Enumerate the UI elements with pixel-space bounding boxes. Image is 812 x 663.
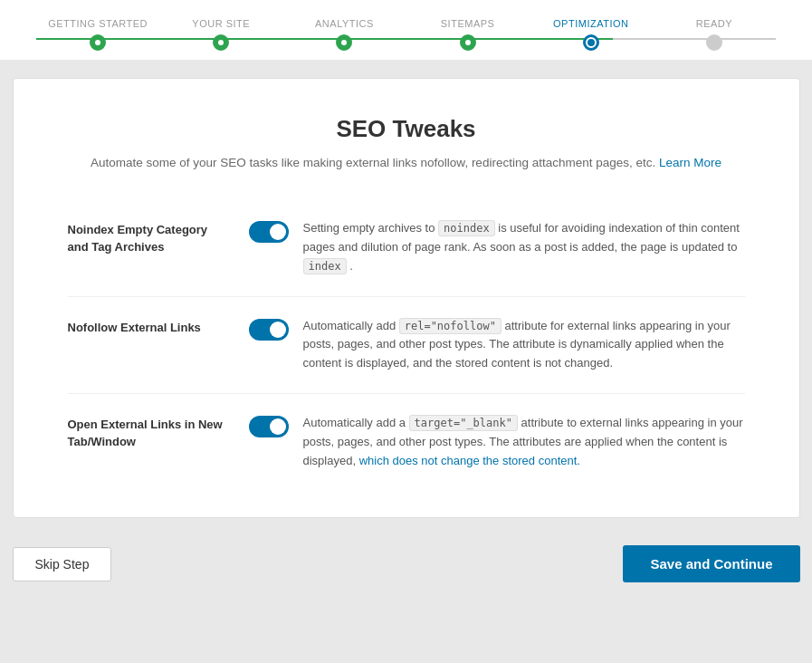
step-circle-analytics [336,34,352,51]
setting-new-tab-right: Automatically add a target="_blank" attr… [249,414,745,470]
noindex-toggle-container[interactable] [249,221,289,243]
step-label-optimization: OPTIMIZATION [553,18,628,29]
save-continue-button[interactable]: Save and Continue [623,545,799,582]
new-tab-code: target="_blank" [409,415,518,431]
setting-noindex-right: Setting empty archives to noindex is use… [249,219,745,275]
page-title: SEO Tweaks [68,115,745,143]
step-label-ready: READY [696,18,732,29]
new-tab-toggle-container[interactable] [249,416,289,437]
step-label-sitemaps: SITEMAPS [441,18,495,29]
step-ready: READY [653,18,776,51]
new-tab-highlight: which does not change the stored content… [359,454,580,467]
new-tab-toggle[interactable] [249,416,289,437]
skip-button[interactable]: Skip Step [13,547,112,581]
new-tab-slider [249,416,289,437]
setting-new-tab: Open External Links in New Tab/Window Au… [68,394,745,490]
step-label-getting-started: GETTING STARTED [48,18,148,29]
nofollow-toggle-container[interactable] [249,319,289,341]
nofollow-toggle[interactable] [249,319,289,341]
setting-nofollow-left: Nofollow External Links [68,317,249,336]
step-sitemaps: SITEMAPS [406,18,530,51]
setting-new-tab-label: Open External Links in New Tab/Window [68,418,223,448]
noindex-toggle[interactable] [249,221,289,243]
step-circle-your-site [213,34,229,51]
nofollow-slider [249,319,289,341]
setting-nofollow: Nofollow External Links Automatically ad… [68,297,745,394]
setting-noindex-label: Noindex Empty Category and Tag Archives [68,223,208,254]
step-analytics: ANALYTICS [282,18,406,51]
progress-bar: GETTING STARTED YOUR SITE ANALYTICS SITE… [0,0,812,60]
step-label-your-site: YOUR SITE [192,18,250,29]
step-optimization: OPTIMIZATION [530,18,653,51]
setting-noindex-empty: Noindex Empty Category and Tag Archives … [68,199,745,296]
step-circle-optimization [583,34,599,51]
nofollow-code: rel="nofollow" [399,318,502,334]
noindex-code-2: index [303,258,347,274]
footer-actions: Skip Step Save and Continue [13,545,800,582]
setting-new-tab-left: Open External Links in New Tab/Window [68,414,249,450]
noindex-code-1: noindex [438,220,495,236]
step-circle-getting-started [90,34,106,51]
setting-noindex-left: Noindex Empty Category and Tag Archives [68,219,249,255]
nofollow-description: Automatically add rel="nofollow" attribu… [303,317,745,373]
step-label-analytics: ANALYTICS [315,18,374,29]
step-circle-ready [706,34,722,51]
step-getting-started: GETTING STARTED [36,18,159,51]
new-tab-description: Automatically add a target="_blank" attr… [303,414,745,470]
noindex-slider [249,221,289,243]
learn-more-link[interactable]: Learn More [659,156,721,169]
setting-nofollow-label: Nofollow External Links [68,321,201,334]
step-circle-sitemaps [460,34,476,51]
noindex-description: Setting empty archives to noindex is use… [303,219,745,275]
setting-nofollow-right: Automatically add rel="nofollow" attribu… [249,317,745,373]
step-your-site: YOUR SITE [159,18,282,51]
page-subtitle: Automate some of your SEO tasks like mak… [68,154,745,172]
main-content: SEO Tweaks Automate some of your SEO tas… [13,78,800,518]
page-subtitle-text: Automate some of your SEO tasks like mak… [91,156,655,169]
